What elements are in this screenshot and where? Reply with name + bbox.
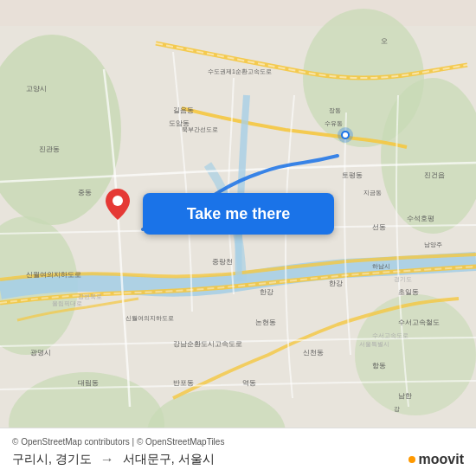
- svg-text:중랑천: 중랑천: [212, 258, 233, 266]
- svg-text:항동: 항동: [372, 362, 386, 370]
- svg-text:수도권제1순환고속도로: 수도권제1순환고속도로: [208, 68, 272, 75]
- svg-text:진건읍: 진건읍: [424, 171, 445, 179]
- svg-text:강: 강: [394, 406, 400, 412]
- svg-text:경기도: 경기도: [394, 276, 412, 282]
- svg-text:진관동: 진관동: [39, 145, 60, 153]
- svg-text:반포동: 반포동: [173, 379, 194, 387]
- svg-point-50: [343, 132, 348, 138]
- copyright-text: © OpenStreetMap contributors | © OpenStr…: [12, 437, 224, 447]
- svg-text:수석호평: 수석호평: [407, 215, 434, 222]
- moovit-logo-text: moovit: [419, 452, 464, 467]
- take-me-there-button[interactable]: Take me there: [143, 193, 334, 235]
- svg-text:서울특별시: 서울특별시: [359, 341, 389, 348]
- svg-text:신천동: 신천동: [303, 349, 324, 357]
- origin-pin: [338, 127, 353, 146]
- svg-text:광명시: 광명시: [30, 349, 51, 357]
- svg-text:강변북로: 강변북로: [78, 293, 102, 300]
- svg-text:토평동: 토평동: [342, 171, 363, 179]
- svg-text:역동: 역동: [242, 379, 256, 387]
- route-dest: 서대문구, 서울시: [123, 452, 215, 467]
- svg-text:장동: 장동: [329, 107, 341, 113]
- copyright-row: © OpenStreetMap contributors | © OpenStr…: [12, 437, 464, 447]
- moovit-logo: moovit: [408, 452, 464, 467]
- svg-text:북부간선도로: 북부간선도로: [182, 126, 218, 133]
- svg-text:수유동: 수유동: [325, 120, 343, 126]
- svg-text:남양주: 남양주: [424, 241, 442, 248]
- destination-pin: [106, 189, 130, 223]
- svg-text:고양시: 고양시: [26, 85, 47, 93]
- svg-text:초일동: 초일동: [398, 288, 419, 296]
- svg-text:논현동: 논현동: [255, 318, 276, 326]
- svg-text:신월여의지하도로: 신월여의지하도로: [125, 315, 174, 321]
- svg-text:수서고속도로: 수서고속도로: [372, 332, 408, 339]
- map-background: 진관동 길음동 도암동 중동 신월여의지하도로 광명시 대림동 반포동 역동 중…: [0, 0, 476, 476]
- svg-text:지금동: 지금동: [363, 190, 382, 196]
- svg-point-47: [113, 196, 123, 206]
- svg-text:강남순환도시고속도로: 강남순환도시고속도로: [173, 340, 242, 348]
- svg-text:올림픽대로: 올림픽대로: [52, 300, 82, 307]
- svg-text:길음동: 길음동: [173, 106, 194, 114]
- route-arrow: →: [100, 452, 114, 467]
- svg-text:하남시: 하남시: [372, 263, 390, 270]
- moovit-dot-icon: [408, 456, 415, 463]
- svg-text:중동: 중동: [78, 189, 92, 196]
- svg-text:대림동: 대림동: [78, 379, 99, 387]
- svg-text:신월여의지하도로: 신월여의지하도로: [26, 271, 81, 279]
- svg-text:한강: 한강: [329, 280, 343, 287]
- route-row: 구리시, 경기도 → 서대문구, 서울시: [12, 452, 464, 467]
- bottom-bar: © OpenStreetMap contributors | © OpenStr…: [0, 428, 476, 476]
- svg-text:한강: 한강: [260, 288, 273, 296]
- svg-text:선동: 선동: [372, 223, 386, 231]
- route-origin: 구리시, 경기도: [12, 452, 92, 467]
- svg-text:수서고속철도: 수서고속철도: [398, 318, 440, 326]
- svg-text:오: 오: [381, 37, 388, 45]
- map-container: 진관동 길음동 도암동 중동 신월여의지하도로 광명시 대림동 반포동 역동 중…: [0, 0, 476, 476]
- svg-text:남한: 남한: [398, 392, 412, 400]
